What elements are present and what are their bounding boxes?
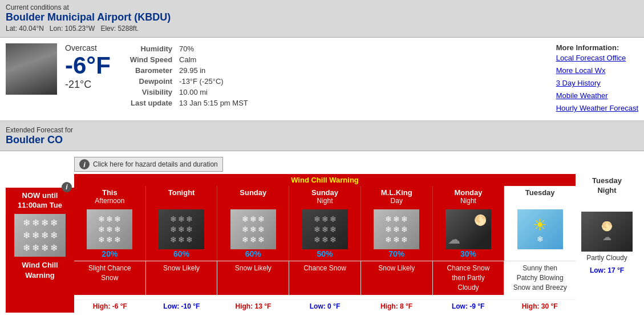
desc-this-afternoon: Slight ChanceSnow [74, 261, 146, 294]
pct-sunday-night: 50% [317, 249, 333, 258]
temp-tuesday: High: 30 °F [504, 300, 576, 313]
temp-this-afternoon: High: -6 °F [74, 300, 146, 313]
desc-tuesday: Sunny thenPatchy BlowingSnow and Breezy [504, 261, 576, 294]
tuesday-night-temp: Low: 17 °F [590, 266, 624, 274]
day-sunday: Sunday [217, 186, 289, 207]
temp-monday-night: Low: -9 °F [432, 300, 504, 313]
desc-tonight: Snow Likely [146, 261, 218, 294]
forecast-icons-row: ❄❄❄ ❄❄❄ ❄❄❄ 20% ❄❄❄ ❄❄❄ ❄❄❄ 60% [74, 207, 576, 261]
tuesday-night-desc: Partly Cloudy [586, 254, 627, 262]
wx-sunday: ❄❄❄ ❄❄❄ ❄❄❄ [230, 209, 276, 249]
dewpoint-label: Dewpoint [128, 76, 175, 87]
elev: Elev: 5288ft. [100, 25, 139, 33]
pct-this-afternoon: 20% [102, 249, 118, 258]
station-name: Boulder Municipal Airport (KBDU) [6, 11, 638, 23]
tuesday-night-label: TuesdayNight [592, 174, 622, 196]
lon: Lon: 105.23°W [50, 25, 95, 33]
icon-tonight: ❄❄❄ ❄❄❄ ❄❄❄ 60% [146, 207, 218, 261]
wind-chill-bar: Wind Chill Warning [74, 174, 576, 186]
info-icon: i [79, 159, 90, 169]
wind-speed-label: Wind Speed [128, 54, 175, 65]
conditions-main: Overcast -6°F -21°C [65, 43, 111, 91]
temp-sunday-night: Low: 0 °F [289, 300, 361, 313]
icon-monday-night: 🌕 ☁ 30% [433, 207, 505, 261]
day-sunday-night: Sunday Night [289, 186, 361, 207]
conditions-details: Humidity 70% Wind Speed Calm Barometer 2… [128, 43, 556, 108]
forecast-desc-row: Slight ChanceSnow Snow Likely Snow Likel… [74, 261, 576, 294]
temp-sunday: High: 13 °F [217, 300, 289, 313]
day-this-afternoon: This Afternoon [74, 186, 146, 207]
pct-sunday: 60% [245, 249, 261, 258]
warning-icon: ❄❄❄❄ ❄❄❄❄ ❄❄❄❄ [14, 214, 66, 257]
current-label: Current conditions at [6, 3, 638, 11]
temp-mlk: High: 8 °F [361, 300, 432, 313]
lastupdate-val: 13 Jan 5:15 pm MST [175, 98, 250, 108]
desc-sunday-night: Chance Snow [289, 261, 361, 294]
forecast-main: Wind Chill Warning This Afternoon Tonigh… [74, 174, 576, 312]
desc-monday-night: Chance Snowthen PartlyCloudy [433, 261, 505, 294]
wx-mlk: ❄❄❄ ❄❄❄ ❄❄❄ [374, 209, 419, 249]
lastupdate-label: Last update [128, 98, 175, 108]
header-section: Current conditions at Boulder Municipal … [0, 0, 644, 38]
desc-mlk: Snow Likely [361, 261, 433, 294]
extended-header: Extended Forecast for Boulder CO [0, 122, 644, 151]
weather-image [6, 43, 57, 95]
wx-this-afternoon: ❄❄❄ ❄❄❄ ❄❄❄ [87, 209, 132, 249]
forecast-temps-row: High: -6 °F Low: -10 °F High: 13 °F Low:… [74, 299, 576, 313]
link-mobile-weather[interactable]: Mobile Weather [556, 90, 638, 102]
coords: Lat: 40.04°N Lon: 105.23°W Elev: 5288ft. [6, 25, 638, 33]
city-name: Boulder CO [6, 134, 638, 146]
temp-tonight: Low: -10 °F [146, 300, 218, 313]
pct-mlk: 70% [388, 249, 404, 258]
icon-sunday-night: ❄❄❄ ❄❄❄ ❄❄❄ 50% [289, 207, 361, 261]
link-hourly-forecast[interactable]: Hourly Weather Forecast [556, 102, 638, 115]
link-local-forecast-office[interactable]: Local Forecast Office [556, 52, 638, 64]
barometer-label: Barometer [128, 65, 175, 76]
day-mlking: M.L.King Day [361, 186, 433, 207]
dewpoint-val: -13°F (-25°C) [175, 76, 250, 87]
pct-tonight: 60% [173, 249, 189, 258]
sky-condition: Overcast [65, 43, 111, 52]
forecast-days-row: This Afternoon Tonight Sunday Sunday Nig… [74, 186, 576, 207]
temperature-c: -21°C [65, 79, 111, 91]
conditions-section: Overcast -6°F -21°C Humidity 70% Wind Sp… [0, 38, 644, 122]
warning-time: NOW until11:00am Tue [8, 191, 72, 210]
visibility-val: 10.00 mi [175, 87, 250, 98]
wx-tuesday: ☀ ❄ [517, 209, 563, 249]
more-info: More Information: Local Forecast Office … [556, 43, 638, 115]
wx-sunday-night: ❄❄❄ ❄❄❄ ❄❄❄ [302, 209, 348, 249]
day-tonight: Tonight [146, 186, 218, 207]
icon-sunday: ❄❄❄ ❄❄❄ ❄❄❄ 60% [217, 207, 289, 261]
wind-speed-val: Calm [175, 54, 250, 65]
temperature-f: -6°F [65, 52, 111, 79]
forecast-container: i NOW until11:00am Tue ❄❄❄❄ ❄❄❄❄ ❄❄❄❄ Wi… [0, 174, 644, 318]
icon-tuesday: ☀ ❄ [504, 207, 576, 261]
warning-column: i NOW until11:00am Tue ❄❄❄❄ ❄❄❄❄ ❄❄❄❄ Wi… [6, 188, 74, 312]
icon-mlk: ❄❄❄ ❄❄❄ ❄❄❄ 70% [361, 207, 433, 261]
extended-label: Extended Forecast for [6, 126, 638, 134]
forecast-tuesday-night: TuesdayNight 🌕 ☁ Partly Cloudy Low: 17 °… [576, 174, 638, 312]
link-3day-history[interactable]: 3 Day History [556, 77, 638, 90]
visibility-label: Visibility [128, 87, 175, 98]
hazard-button[interactable]: i Click here for hazard details and dura… [74, 157, 223, 172]
desc-sunday: Snow Likely [217, 261, 289, 294]
wx-monday-night: 🌕 ☁ [445, 209, 491, 249]
day-tuesday: Tuesday [504, 186, 576, 207]
hazard-bar: i Click here for hazard details and dura… [0, 151, 644, 174]
wx-tuesday-night: 🌕 ☁ [581, 212, 633, 252]
humidity-val: 70% [175, 43, 250, 54]
barometer-val: 29.95 in [175, 65, 250, 76]
day-monday-night: Monday Night [433, 186, 505, 207]
wx-tonight: ❄❄❄ ❄❄❄ ❄❄❄ [159, 209, 204, 249]
more-info-title: More Information: [556, 43, 638, 52]
icon-this-afternoon: ❄❄❄ ❄❄❄ ❄❄❄ 20% [74, 207, 146, 261]
lat: Lat: 40.04°N [6, 25, 44, 33]
humidity-label: Humidity [128, 43, 175, 54]
pct-monday-night: 30% [460, 249, 476, 258]
hazard-btn-label: Click here for hazard details and durati… [93, 160, 218, 168]
warning-label: Wind ChillWarning [8, 260, 72, 281]
link-more-local-wx[interactable]: More Local Wx [556, 64, 638, 77]
